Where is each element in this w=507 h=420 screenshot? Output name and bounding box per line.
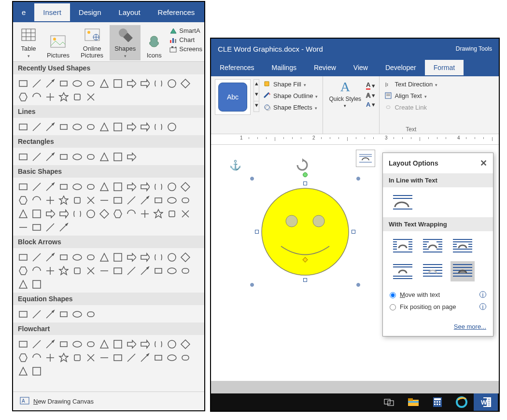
shape-item[interactable] xyxy=(125,207,137,220)
shape-item[interactable] xyxy=(43,77,56,89)
shape-item[interactable] xyxy=(152,77,164,89)
shape-item[interactable] xyxy=(30,278,42,290)
shape-item[interactable] xyxy=(165,120,178,133)
shape-item[interactable] xyxy=(138,120,151,133)
shape-item[interactable] xyxy=(16,364,29,377)
shape-item[interactable] xyxy=(43,180,56,193)
text-effects-button[interactable]: A ▾ xyxy=(366,101,375,108)
shape-item[interactable] xyxy=(179,77,191,89)
shape-item[interactable] xyxy=(84,180,97,193)
move-with-text-radio[interactable]: Move with text i xyxy=(390,291,486,298)
shape-item[interactable] xyxy=(57,90,70,103)
shape-item[interactable] xyxy=(30,180,42,193)
shape-item[interactable] xyxy=(30,308,42,320)
shape-item[interactable] xyxy=(152,337,164,350)
shape-item[interactable] xyxy=(70,150,83,163)
shape-item[interactable] xyxy=(70,337,83,350)
shape-item[interactable] xyxy=(57,180,70,193)
shape-item[interactable] xyxy=(43,207,56,220)
shape-item[interactable] xyxy=(84,251,97,263)
shape-item[interactable] xyxy=(111,251,124,263)
shape-item[interactable] xyxy=(111,150,124,163)
shape-item[interactable] xyxy=(30,194,42,206)
shape-item[interactable] xyxy=(43,251,56,263)
shape-item[interactable] xyxy=(30,221,42,233)
shape-item[interactable] xyxy=(179,194,191,206)
shape-item[interactable] xyxy=(43,194,56,206)
shape-item[interactable] xyxy=(98,337,110,350)
shape-item[interactable] xyxy=(152,207,164,220)
shape-item[interactable] xyxy=(16,337,29,350)
shape-item[interactable] xyxy=(84,337,97,350)
shape-item[interactable] xyxy=(125,351,137,364)
table-button[interactable]: Table xyxy=(15,25,42,60)
wrap-through[interactable] xyxy=(451,236,475,256)
shape-item[interactable] xyxy=(138,251,151,263)
resize-handle-tl[interactable] xyxy=(250,177,254,181)
shape-item[interactable] xyxy=(98,194,110,206)
shape-item[interactable] xyxy=(165,251,178,263)
shape-item[interactable] xyxy=(16,180,29,193)
shape-item[interactable] xyxy=(165,264,178,277)
wrap-behind[interactable] xyxy=(421,261,445,281)
shape-item[interactable] xyxy=(125,194,137,206)
tab-mailings[interactable]: Mailings xyxy=(263,60,305,75)
shape-item[interactable] xyxy=(57,351,70,364)
shape-item[interactable] xyxy=(70,351,83,364)
shape-item[interactable] xyxy=(84,77,97,89)
shape-item[interactable] xyxy=(152,180,164,193)
shape-item[interactable] xyxy=(57,150,70,163)
shape-item[interactable] xyxy=(125,150,137,163)
shape-item[interactable] xyxy=(111,264,124,277)
shape-item[interactable] xyxy=(43,120,56,133)
shape-item[interactable] xyxy=(57,264,70,277)
tab-view[interactable]: View xyxy=(345,60,377,75)
shape-item[interactable] xyxy=(43,337,56,350)
shape-item[interactable] xyxy=(98,180,110,193)
shape-item[interactable] xyxy=(16,150,29,163)
shape-item[interactable] xyxy=(111,120,124,133)
create-link-button[interactable]: Create Link xyxy=(383,102,438,112)
shape-fill-button[interactable]: Shape Fill xyxy=(262,79,319,89)
shape-item[interactable] xyxy=(43,150,56,163)
shape-item[interactable] xyxy=(98,251,110,263)
tab-design[interactable]: Design xyxy=(70,3,110,21)
shape-item[interactable] xyxy=(30,207,42,220)
shape-item[interactable] xyxy=(57,251,70,263)
shape-item[interactable] xyxy=(179,180,191,193)
shape-item[interactable] xyxy=(16,207,29,220)
shape-item[interactable] xyxy=(84,120,97,133)
tab-format[interactable]: Format xyxy=(425,60,464,75)
shape-item[interactable] xyxy=(16,77,29,89)
shape-item[interactable] xyxy=(179,207,191,220)
rotation-handle[interactable] xyxy=(303,172,308,177)
tab-developer[interactable]: Developer xyxy=(377,60,425,75)
shape-item[interactable] xyxy=(30,337,42,350)
shape-item[interactable] xyxy=(16,120,29,133)
shape-item[interactable] xyxy=(125,77,137,89)
shape-item[interactable] xyxy=(70,308,83,320)
style-swatch-container[interactable]: Abc xyxy=(215,79,251,115)
shape-item[interactable] xyxy=(111,207,124,220)
shape-item[interactable] xyxy=(30,264,42,277)
resize-handle-bl[interactable] xyxy=(250,283,254,287)
shape-item[interactable] xyxy=(16,90,29,103)
shape-item[interactable] xyxy=(165,337,178,350)
tab-m-truncated[interactable]: M xyxy=(203,3,205,21)
shape-item[interactable] xyxy=(84,308,97,320)
info-icon[interactable]: i xyxy=(479,291,486,298)
shape-item[interactable] xyxy=(138,351,151,364)
icons-button[interactable]: Icons xyxy=(141,25,168,60)
shape-item[interactable] xyxy=(30,90,42,103)
shape-item[interactable] xyxy=(98,120,110,133)
horizontal-ruler[interactable]: 1234 xyxy=(211,134,499,145)
shape-item[interactable] xyxy=(70,264,83,277)
shape-item[interactable] xyxy=(138,264,151,277)
smartart-button[interactable]: SmartA xyxy=(169,27,202,34)
pictures-button[interactable]: Pictures xyxy=(42,25,74,60)
fix-position-radio[interactable]: Fix position on page i xyxy=(390,303,486,310)
wrap-square[interactable] xyxy=(391,236,415,256)
shape-item[interactable] xyxy=(138,207,151,220)
shape-item[interactable] xyxy=(98,351,110,364)
shape-item[interactable] xyxy=(16,251,29,263)
